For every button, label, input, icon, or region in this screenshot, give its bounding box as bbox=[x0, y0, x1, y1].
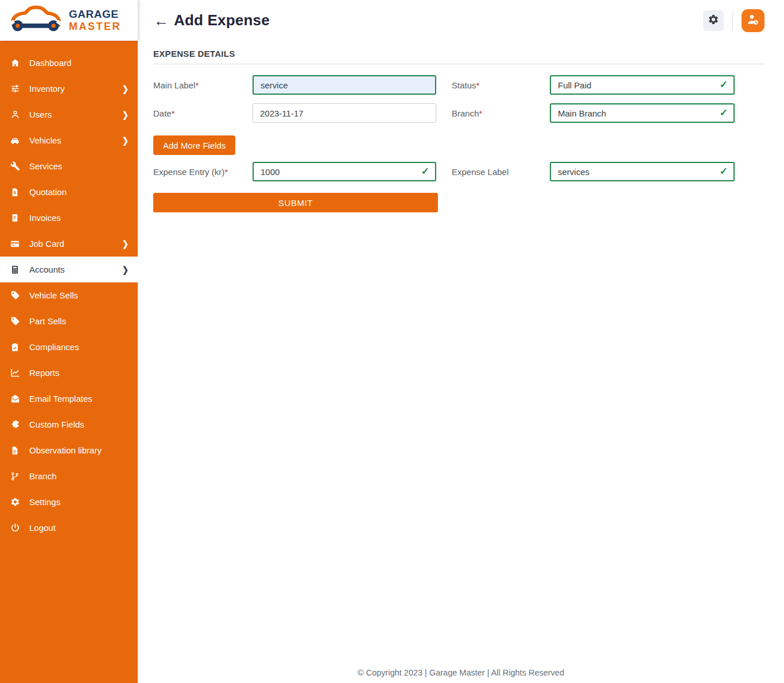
chevron-right-icon: ❯ bbox=[122, 265, 129, 274]
brand-line2: MASTER bbox=[69, 21, 121, 33]
car-wrench-logo-icon bbox=[6, 4, 65, 37]
sidebar-item-branch[interactable]: Branch bbox=[0, 463, 138, 489]
calculator-icon bbox=[9, 265, 21, 274]
sidebar-item-vehicles[interactable]: Vehicles ❯ bbox=[0, 127, 138, 153]
chart-line-icon bbox=[9, 368, 21, 378]
puzzle-icon bbox=[9, 420, 21, 429]
expense-entry-input[interactable] bbox=[253, 162, 436, 181]
wrench-icon bbox=[9, 161, 21, 171]
sidebar-item-compliances[interactable]: Compliances bbox=[0, 334, 138, 360]
car-icon bbox=[9, 135, 21, 146]
code-branch-icon bbox=[9, 472, 21, 481]
sidebar-item-label: Observation library bbox=[29, 445, 102, 455]
required-marker: * bbox=[476, 80, 480, 90]
svg-text:$: $ bbox=[14, 190, 16, 195]
sidebar-item-label: Email Templates bbox=[29, 394, 92, 403]
sidebar-item-label: Dashboard bbox=[29, 58, 71, 68]
expense-form-section: EXPENSE DETAILS Main Label* Status* ✓ bbox=[138, 41, 784, 212]
date-label: Date* bbox=[153, 108, 253, 118]
sidebar-item-settings[interactable]: Settings bbox=[0, 489, 138, 515]
back-arrow-icon[interactable]: ← bbox=[154, 13, 169, 28]
topbar: ← Add Expense bbox=[138, 0, 784, 41]
sidebar-item-label: Quotation bbox=[29, 187, 67, 197]
sidebar: GARAGE MASTER Dashboard Inv bbox=[0, 0, 138, 683]
sidebar-item-job-card[interactable]: Job Card ❯ bbox=[0, 231, 138, 257]
brand-logo[interactable]: GARAGE MASTER bbox=[0, 0, 138, 41]
chevron-right-icon: ❯ bbox=[122, 110, 129, 119]
add-more-fields-button[interactable]: Add More Fields bbox=[153, 135, 235, 155]
form-row: Date* Branch* ✓ bbox=[153, 103, 763, 123]
branch-input[interactable] bbox=[550, 103, 735, 123]
power-icon bbox=[9, 523, 21, 533]
sidebar-item-label: Branch bbox=[29, 471, 57, 481]
main-label-label: Main Label* bbox=[153, 80, 253, 90]
sidebar-item-label: Vehicles bbox=[29, 135, 61, 145]
envelope-open-icon bbox=[9, 394, 21, 403]
submit-button[interactable]: SUBMIT bbox=[153, 193, 438, 212]
brand-text: GARAGE MASTER bbox=[69, 8, 121, 33]
credit-card-icon bbox=[9, 239, 21, 249]
sidebar-item-label: Logout bbox=[29, 523, 56, 533]
gear-icon bbox=[708, 14, 719, 28]
main-label-field-group: Main Label* bbox=[153, 75, 436, 95]
sidebar-item-label: Vehicle Sells bbox=[29, 290, 78, 300]
sliders-icon bbox=[9, 84, 21, 94]
sidebar-item-dashboard[interactable]: Dashboard bbox=[0, 50, 138, 76]
date-input[interactable] bbox=[253, 103, 436, 123]
sidebar-item-observation-library[interactable]: Observation library bbox=[0, 437, 138, 463]
brand-line1: GARAGE bbox=[69, 8, 121, 21]
sidebar-item-reports[interactable]: Reports bbox=[0, 360, 138, 386]
sidebar-item-label: Compliances bbox=[29, 342, 79, 352]
tag-icon bbox=[9, 316, 21, 326]
form-row: Main Label* Status* ✓ bbox=[153, 75, 763, 95]
sidebar-item-label: Inventory bbox=[29, 84, 65, 94]
required-marker: * bbox=[479, 108, 483, 118]
required-marker: * bbox=[195, 80, 199, 90]
expense-entry-field-group: Expense Entry (kr)* ✓ bbox=[153, 162, 436, 181]
main-label-input[interactable] bbox=[253, 75, 436, 95]
sidebar-item-quotation[interactable]: $ Quotation bbox=[0, 179, 138, 205]
branch-label: Branch* bbox=[452, 108, 550, 118]
sidebar-item-users[interactable]: Users ❯ bbox=[0, 102, 138, 127]
sidebar-item-logout[interactable]: Logout bbox=[0, 515, 138, 541]
sidebar-item-label: Settings bbox=[29, 497, 60, 507]
sidebar-item-label: Custom Fields bbox=[29, 420, 84, 429]
sidebar-item-invoices[interactable]: Invoices bbox=[0, 205, 138, 231]
expense-label-label: Expense Label bbox=[452, 167, 550, 177]
expense-label-input[interactable] bbox=[550, 162, 735, 181]
sidebar-item-accounts[interactable]: Accounts ❯ bbox=[0, 257, 138, 282]
form-row: Expense Entry (kr)* ✓ Expense Label ✓ bbox=[153, 162, 763, 181]
settings-button[interactable] bbox=[703, 10, 724, 31]
sidebar-item-inventory[interactable]: Inventory ❯ bbox=[0, 76, 138, 102]
user-profile-button[interactable] bbox=[742, 9, 764, 32]
chevron-right-icon: ❯ bbox=[122, 239, 129, 249]
sidebar-item-label: Reports bbox=[29, 368, 60, 378]
sidebar-item-custom-fields[interactable]: Custom Fields bbox=[0, 412, 138, 437]
sidebar-item-email-templates[interactable]: Email Templates bbox=[0, 386, 138, 412]
status-input[interactable] bbox=[550, 75, 735, 95]
sidebar-item-part-sells[interactable]: Part Sells bbox=[0, 308, 138, 334]
sidebar-item-services[interactable]: Services bbox=[0, 153, 138, 179]
sidebar-item-label: Services bbox=[29, 161, 63, 171]
sidebar-item-label: Job Card bbox=[29, 239, 64, 249]
sidebar-item-label: Invoices bbox=[29, 213, 61, 223]
required-marker: * bbox=[224, 167, 228, 177]
clipboard-check-icon bbox=[9, 343, 21, 352]
user-clock-icon bbox=[746, 13, 760, 29]
copyright-footer: © Copyright 2023 | Garage Master | All R… bbox=[138, 668, 784, 677]
section-divider bbox=[153, 64, 763, 64]
sidebar-item-label: Part Sells bbox=[29, 316, 66, 326]
file-dollar-icon: $ bbox=[9, 188, 21, 197]
status-label: Status* bbox=[452, 80, 550, 90]
topbar-actions bbox=[703, 9, 764, 32]
sidebar-item-vehicle-sells[interactable]: Vehicle Sells bbox=[0, 282, 138, 308]
main-panel: ← Add Expense bbox=[138, 0, 784, 683]
sidebar-item-label: Accounts bbox=[29, 265, 65, 274]
app-window: GARAGE MASTER Dashboard Inv bbox=[0, 0, 784, 683]
file-icon bbox=[9, 446, 21, 455]
chevron-right-icon: ❯ bbox=[122, 135, 129, 145]
required-marker: * bbox=[172, 108, 175, 118]
page-title: Add Expense bbox=[174, 11, 270, 29]
gear-icon bbox=[9, 497, 21, 507]
receipt-icon bbox=[9, 214, 21, 223]
